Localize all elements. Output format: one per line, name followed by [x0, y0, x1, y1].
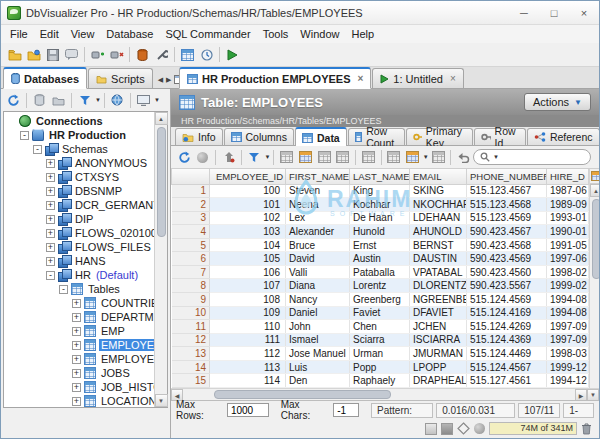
table-row[interactable]: 11 110 John Chen JCHEN 515.124.4269 1997… [172, 320, 589, 334]
row-number-cell[interactable]: 11 [172, 320, 210, 334]
menu-item[interactable]: File [4, 28, 34, 40]
tree-expander-icon[interactable]: + [46, 257, 55, 266]
cell-email[interactable]: BERNST [410, 238, 467, 252]
cell-phone-number[interactable]: 590.423.4567 [467, 225, 547, 239]
cell-last-name[interactable]: Hunold [350, 225, 410, 239]
new-folder-icon[interactable] [49, 91, 68, 110]
cell-first-name[interactable]: Lex [286, 211, 350, 225]
cell-first-name[interactable]: Ismael [286, 333, 350, 347]
cell-first-name[interactable]: Valli [286, 265, 350, 279]
menu-item[interactable]: SQL Commander [159, 28, 256, 40]
duplicate-row-icon[interactable] [296, 148, 315, 167]
table-row[interactable]: 1 100 Steven King SKING 515.123.4567 198… [172, 184, 589, 198]
row-number-cell[interactable]: 9 [172, 293, 210, 307]
cell-email[interactable]: DAUSTIN [410, 252, 467, 266]
cell-employee-id[interactable]: 104 [210, 238, 286, 252]
tab-primary-key[interactable]: Primary Key [406, 128, 473, 145]
cell-employee-id[interactable]: 106 [210, 265, 286, 279]
cell-hire-date[interactable]: 1991-05 [547, 238, 589, 252]
tab-close-icon[interactable]: × [358, 73, 364, 84]
cell-hire-date[interactable]: 1994-12 [547, 374, 589, 388]
cell-last-name[interactable]: Faviet [350, 306, 410, 320]
clear-grid-icon[interactable] [333, 148, 352, 167]
database-icon[interactable] [133, 45, 152, 64]
row-number-cell[interactable]: 3 [172, 211, 210, 225]
cell-first-name[interactable]: Nancy [286, 293, 350, 307]
undo-icon[interactable] [454, 148, 473, 167]
maximize-button[interactable]: □ [539, 1, 569, 24]
search-dropdown-icon[interactable]: ▼ [493, 154, 499, 160]
cell-first-name[interactable]: John [286, 320, 350, 334]
menu-item[interactable]: Edit [34, 28, 65, 40]
cell-employee-id[interactable]: 108 [210, 293, 286, 307]
table-row[interactable]: 15 114 Den Raphaely DRAPHEAL 515.127.456… [172, 374, 589, 388]
cell-first-name[interactable]: Alexander [286, 225, 350, 239]
cell-employee-id[interactable]: 112 [210, 347, 286, 361]
table-row[interactable]: 12 111 Ismael Sciarra ISCIARRA 515.124.4… [172, 333, 589, 347]
grid-horizontal-scrollbar[interactable]: ◀ ▶ ▼ [171, 388, 599, 400]
actions-button[interactable]: Actions ▼ [524, 93, 591, 111]
tree-node[interactable]: - HR Production [4, 128, 154, 142]
row-number-cell[interactable]: 1 [172, 184, 210, 198]
status-compass-icon[interactable] [457, 422, 470, 435]
tree-expander-icon[interactable]: + [72, 341, 81, 350]
tree-expander-icon[interactable]: + [72, 369, 81, 378]
tree-node[interactable]: + CTXSYS [4, 170, 154, 184]
table-row[interactable]: 10 109 Daniel Faviet DFAVIET 515.124.416… [172, 306, 589, 320]
bookmark-play-icon[interactable] [223, 45, 242, 64]
cell-first-name[interactable]: Neena [286, 198, 350, 212]
cell-email[interactable]: VPATABAL [410, 265, 467, 279]
row-number-cell[interactable]: 4 [172, 225, 210, 239]
column-chooser-icon[interactable] [590, 169, 600, 184]
row-number-cell[interactable]: 6 [172, 252, 210, 266]
tab-scroll-left-icon[interactable]: ◀ [158, 76, 163, 84]
tree-scrollbar-thumb[interactable] [157, 127, 166, 237]
table-row[interactable]: 6 105 David Austin DAUSTIN 590.423.4569 … [172, 252, 589, 266]
edit-dropdown-icon[interactable]: ▼ [423, 154, 429, 160]
cell-email[interactable]: NKOCHHAR [410, 198, 467, 212]
column-header-first-name[interactable]: FIRST_NAME [286, 169, 350, 184]
cell-first-name[interactable]: Daniel [286, 306, 350, 320]
connection-globe-icon[interactable] [108, 91, 127, 110]
cell-employee-id[interactable]: 102 [210, 211, 286, 225]
hscroll-track[interactable] [183, 389, 575, 400]
cell-phone-number[interactable]: 515.124.4169 [467, 306, 547, 320]
tree-node[interactable]: + FLOWS_020100 [4, 226, 154, 240]
tree-node[interactable]: + HANS [4, 254, 154, 268]
cell-last-name[interactable]: Raphaely [350, 374, 410, 388]
tab-sql-untitled[interactable]: 1: Untitled × [372, 68, 463, 88]
cell-last-name[interactable]: Ernst [350, 238, 410, 252]
tree-expander-icon[interactable]: - [46, 271, 55, 280]
cell-hire-date[interactable]: 1989-09 [547, 198, 589, 212]
cell-email[interactable]: DFAVIET [410, 306, 467, 320]
cell-employee-id[interactable]: 110 [210, 320, 286, 334]
row-number-cell[interactable]: 13 [172, 347, 210, 361]
table-row[interactable]: 13 112 Jose Manuel Urman JMURMAN 515.124… [172, 347, 589, 361]
tree-node[interactable]: + DIP [4, 212, 154, 226]
cell-email[interactable]: ISCIARRA [410, 333, 467, 347]
disconnect-icon[interactable] [107, 45, 126, 64]
tree-expander-icon[interactable]: + [46, 201, 55, 210]
monitor-clock-icon[interactable] [197, 45, 216, 64]
menu-item[interactable]: Help [345, 28, 380, 40]
cell-phone-number[interactable]: 515.124.4369 [467, 333, 547, 347]
cell-employee-id[interactable]: 113 [210, 360, 286, 374]
cell-phone-number[interactable]: 515.124.4567 [467, 360, 547, 374]
cell-hire-date[interactable]: 1997-06 [547, 252, 589, 266]
refresh-icon[interactable] [4, 91, 23, 110]
cell-phone-number[interactable]: 515.123.4569 [467, 211, 547, 225]
table-row[interactable]: 8 107 Diana Lorentz DLORENTZ 590.423.556… [172, 279, 589, 293]
status-log-button[interactable] [441, 423, 453, 435]
open-file-icon[interactable] [5, 45, 24, 64]
max-chars-input[interactable] [333, 403, 359, 417]
tree-node[interactable]: + DBSNMP [4, 184, 154, 198]
row-number-cell[interactable]: 5 [172, 238, 210, 252]
tree-node[interactable]: - Schemas [4, 142, 154, 156]
cell-hire-date[interactable]: 1994-08 [547, 306, 589, 320]
tab-row-count[interactable]: Row Count [348, 128, 405, 145]
cell-phone-number[interactable]: 590.423.4568 [467, 238, 547, 252]
column-header-hire-date[interactable]: HIRE_D [547, 169, 589, 184]
tab-row-id[interactable]: Row Id [474, 128, 526, 145]
insert-row-icon[interactable] [277, 148, 296, 167]
grid-filter-icon[interactable] [245, 148, 264, 167]
